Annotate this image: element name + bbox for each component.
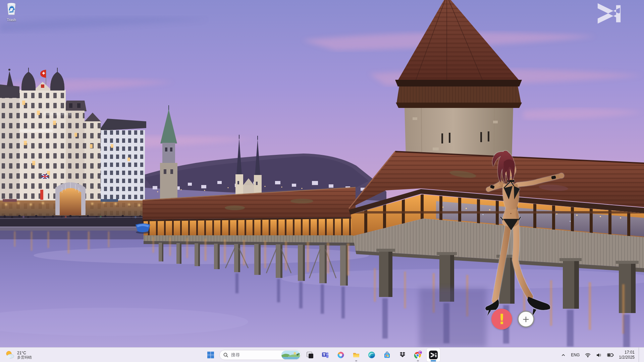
- edge-icon: [368, 351, 376, 359]
- active-indicator: [431, 360, 436, 361]
- battery-charging-icon: [607, 353, 614, 357]
- blue-boat: [136, 224, 150, 234]
- tray-date: 1/2/2025: [619, 355, 635, 360]
- dropbox-icon: [398, 351, 407, 359]
- weather-temperature: 21°C: [17, 351, 32, 355]
- wifi-icon: [585, 353, 591, 358]
- recycle-bin-icon: [5, 2, 18, 16]
- dropbox-button[interactable]: [396, 348, 409, 362]
- file-explorer-icon: [352, 351, 360, 359]
- chrome-button[interactable]: [411, 348, 425, 362]
- crowd-quay: [0, 215, 153, 232]
- tray-time: 17:01: [625, 350, 635, 355]
- taskbar-center-group: 搜尋: [204, 348, 440, 362]
- copilot-button[interactable]: [334, 348, 347, 362]
- chevron-up-icon: [561, 353, 566, 357]
- start-button[interactable]: [204, 348, 217, 362]
- capcut-watermark-icon: [594, 1, 624, 26]
- copilot-icon: [337, 351, 345, 359]
- search-placeholder: 搜尋: [231, 352, 279, 358]
- edge-button[interactable]: [365, 348, 378, 362]
- teams-icon: [321, 351, 329, 359]
- task-view-icon: [306, 351, 314, 359]
- search-icon: [223, 352, 228, 358]
- file-explorer-button[interactable]: [350, 348, 363, 362]
- trash-label: Trash: [1, 18, 21, 22]
- desktop: DES ALPES: [0, 0, 644, 362]
- taskbar: 21°C 多雲時晴 搜尋: [0, 347, 644, 362]
- network-wifi-button[interactable]: [583, 348, 593, 362]
- trash-desktop-icon[interactable]: Trash: [1, 2, 21, 22]
- weather-widget[interactable]: 21°C 多雲時晴: [1, 348, 35, 362]
- system-tray: ENG 17:01 1/: [559, 348, 644, 362]
- bing-daily-image-thumbnail[interactable]: [281, 351, 300, 359]
- running-indicator: [355, 360, 357, 361]
- hidden-icons-button[interactable]: [559, 348, 568, 362]
- capcut-button-active[interactable]: [427, 348, 440, 362]
- show-desktop-button[interactable]: [639, 348, 641, 362]
- search-input[interactable]: 搜尋: [219, 350, 301, 360]
- weather-sun-cloud-icon: [5, 350, 15, 360]
- weather-condition: 多雲時晴: [17, 355, 32, 360]
- running-indicator: [417, 360, 419, 361]
- clock[interactable]: 17:01 1/2/2025: [617, 350, 637, 360]
- speaker-icon: [596, 353, 602, 358]
- teams-button[interactable]: [319, 348, 332, 362]
- task-view-button[interactable]: [303, 348, 317, 362]
- mascot-alert-button[interactable]: !: [491, 309, 512, 329]
- volume-button[interactable]: [594, 348, 604, 362]
- desktop-mascot-character[interactable]: [482, 149, 566, 320]
- microsoft-store-icon: [383, 351, 391, 359]
- microsoft-store-button[interactable]: [380, 348, 394, 362]
- hotel-sign: DES ALPES: [44, 112, 72, 116]
- language-indicator[interactable]: ENG: [569, 348, 582, 362]
- windows-logo-icon: [207, 351, 215, 359]
- chrome-icon: [414, 351, 422, 359]
- capcut-icon: [429, 351, 438, 359]
- mascot-add-button[interactable]: +: [518, 311, 534, 327]
- battery-button[interactable]: [605, 348, 616, 362]
